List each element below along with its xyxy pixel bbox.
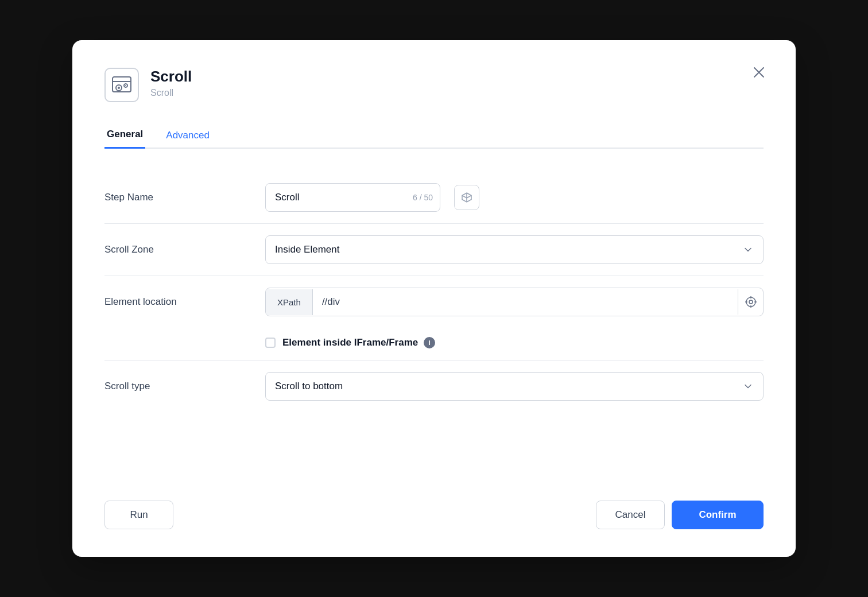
run-button[interactable]: Run [104,501,173,529]
svg-line-10 [124,84,125,84]
dialog-title: Scroll [150,68,192,86]
footer-right: Cancel Confirm [596,501,764,529]
dialog-header: Scroll Scroll [104,68,764,102]
dialog-title-group: Scroll Scroll [150,68,192,98]
element-location-label: Element location [104,296,265,308]
confirm-button[interactable]: Confirm [672,501,764,529]
dialog-container: Scroll Scroll General Advanced Step Name [72,40,796,557]
close-icon [752,65,766,79]
scroll-zone-select[interactable]: Inside Element [265,235,764,264]
target-button[interactable] [738,289,763,315]
char-counter: 6 / 50 [406,193,440,202]
scroll-type-label: Scroll type [104,381,265,392]
svg-point-17 [749,300,753,304]
xpath-badge: XPath [266,289,313,315]
svg-point-5 [125,85,126,86]
svg-line-11 [127,86,127,87]
element-location-control: XPath [265,288,764,316]
tab-advanced[interactable]: Advanced [164,122,212,149]
browser-gear-icon [111,75,132,95]
iframe-label: Element inside IFrame/Frame [282,337,418,348]
cube-button[interactable] [454,185,479,210]
dialog-subtitle: Scroll [150,88,192,98]
form-body: Step Name 6 / 50 [104,172,764,464]
scroll-type-value: Scroll to bottom [275,381,742,392]
svg-line-12 [127,84,127,84]
step-name-input[interactable] [266,184,406,211]
info-icon[interactable]: i [424,337,435,348]
chevron-down-icon [742,244,754,255]
crosshair-icon [745,296,757,308]
scroll-zone-row: Scroll Zone Inside Element [104,224,764,276]
close-button[interactable] [750,63,768,82]
scroll-type-select[interactable]: Scroll to bottom [265,372,764,401]
scroll-zone-control: Inside Element [265,235,764,264]
step-name-input-wrapper: 6 / 50 [265,183,440,212]
dialog-overlay: Scroll Scroll General Advanced Step Name [0,0,868,597]
dialog-footer: Run Cancel Confirm [104,487,764,529]
iframe-checkbox[interactable] [265,338,276,348]
scroll-type-control: Scroll to bottom [265,372,764,401]
chevron-down-scroll-type-icon [742,381,754,392]
cube-icon [461,192,472,203]
xpath-input[interactable] [313,288,738,316]
element-location-row: Element location XPath [104,276,764,328]
svg-point-16 [746,297,755,307]
dialog-icon [104,68,139,102]
element-location-wrapper: XPath [265,288,764,316]
tab-general[interactable]: General [104,122,145,149]
scroll-type-row: Scroll type Scroll to bottom [104,360,764,412]
scroll-zone-value: Inside Element [275,244,742,255]
tabs-container: General Advanced [104,121,764,149]
scroll-zone-label: Scroll Zone [104,244,265,255]
step-name-label: Step Name [104,192,265,203]
step-name-row: Step Name 6 / 50 [104,172,764,223]
iframe-row: Element inside IFrame/Frame i [265,328,764,360]
svg-line-13 [124,86,125,87]
cancel-button[interactable]: Cancel [596,501,665,529]
svg-point-3 [118,87,120,89]
step-name-control: 6 / 50 [265,183,764,212]
